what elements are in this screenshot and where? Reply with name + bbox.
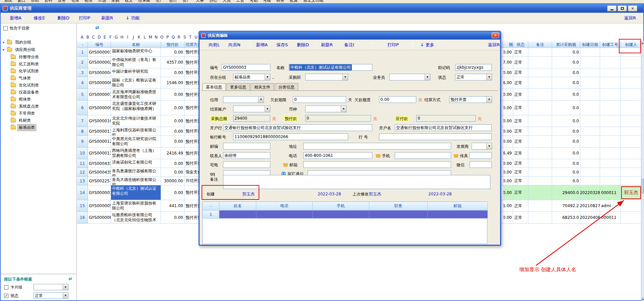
supplier-name[interactable]: 北京北方伟业计量技术研究院 [111,115,161,127]
alphabet-letter[interactable]: I [125,35,130,40]
supplier-name[interactable]: 国标（北京）检验认证有限公司 [111,77,161,89]
column-header-cdate[interactable]: 创建日期 [580,42,600,48]
account-select[interactable]: ▼ [233,106,270,112]
bank-name-input[interactable]: 交通银行股份有限公司北京自贸试验区支行 [395,124,492,131]
prepay-input[interactable]: 0 [305,115,371,122]
supplier-name[interactable]: 北京海岸鸿蒙标准物质技术有限责任公司 [111,89,161,101]
create-worker-id[interactable] [600,159,621,168]
prepay[interactable]: 4357.00 [161,57,184,68]
mobile-input[interactable] [395,152,451,159]
total-purchase[interactable]: 70492.2 [552,200,580,212]
supplier-name[interactable]: 青岛奥康医疗器械有限公司 [111,168,161,177]
create-worker-id[interactable] [600,168,621,177]
chevron-down-icon[interactable]: ▼ [63,284,68,290]
menu-item[interactable]: 考勤 [247,0,260,3]
back-button[interactable]: 返回R [624,15,636,21]
create-worker-id[interactable] [600,101,621,115]
status-select[interactable]: 正常▼ [455,74,492,80]
supplier-name[interactable]: 中昊黑元化工研究设计院有限公司 [111,136,161,147]
contacts-column-1[interactable]: 姓名 [219,202,256,210]
total-purchase[interactable]: 0.0 [552,89,580,101]
note[interactable] [528,48,552,57]
contacts-column-4[interactable]: 职务 [369,202,428,210]
name-input[interactable]: 中检科（北京）测试认证有限公司 [289,64,372,71]
column-header-cuid[interactable]: 创建工号 [600,42,621,48]
status[interactable]: 正常 [513,200,528,212]
note-textarea[interactable] [223,175,490,189]
amount[interactable]: 0.00 [503,185,513,200]
scroll-down-icon[interactable]: ▼ [641,297,644,301]
prepay[interactable]: 0.00 [161,127,184,136]
row-number[interactable]: 4 [77,77,88,89]
menu-item[interactable]: 市场 [95,0,109,3]
dialog-add-button[interactable]: 新增A [256,42,268,48]
contacts-column-0[interactable]: - [203,202,219,210]
create-user[interactable] [621,89,642,101]
alphabet-letter[interactable]: S [182,35,187,40]
create-user[interactable]: 郭玉杰 [621,185,642,200]
scrollbar-thumb[interactable] [641,179,644,193]
supplier-code[interactable]: GYS000008 [88,212,111,224]
supplier-code[interactable]: GYS000003 [88,185,111,200]
expand-arrow-icon[interactable]: ▾ [3,48,7,52]
scroll-up-icon[interactable]: ▲ [641,41,644,45]
prepay[interactable]: 0.00 [161,136,184,147]
expand-arrow-icon[interactable]: ▾ [3,41,7,44]
alphabet-letter[interactable]: M [148,35,153,40]
create-date[interactable] [580,159,600,168]
total-purchase[interactable]: 0.0 [552,48,580,57]
supplier-code[interactable]: GYS000013 [88,147,111,159]
create-date[interactable] [580,168,600,177]
supplier-name[interactable]: 北京盛世康普化工技术研究院（国家标准物质网） [111,101,161,115]
create-date[interactable]: 20210827 [580,200,600,212]
create-date[interactable] [580,101,600,115]
window-titlebar[interactable]: 供应商管理 ✕ [1,4,643,13]
create-user[interactable] [621,147,642,159]
tree-item-category[interactable]: 生化试剂类 [11,82,40,88]
contact-phone[interactable] [256,210,313,219]
column-header-amt[interactable]: 额 [503,42,513,48]
menu-item[interactable]: 生产 [153,0,166,3]
note[interactable] [528,147,552,159]
amount[interactable]: 30000.00 [503,177,513,185]
zip-input[interactable] [223,143,270,149]
total-purchase[interactable]: 0.0 [552,177,580,185]
supplier-name[interactable]: 西格玛奥德里奇（上海）贸易有限公司 [111,147,161,159]
supplier-name[interactable]: 坛墨质检科技有限公司（北京北化恒信生物技术有限公司） [111,212,161,224]
tree-group-my[interactable]: ▾我的分组 [3,39,33,46]
create-worker-id[interactable] [600,57,621,68]
email-input[interactable] [303,161,451,168]
create-user[interactable] [621,115,642,127]
prepay[interactable]: 0.00 [161,185,184,200]
contacts-column-5[interactable]: 邮箱 [428,202,488,210]
note[interactable] [528,185,552,200]
alphabet-letter[interactable]: P [165,35,170,40]
chevron-down-icon[interactable]: ▼ [258,97,264,103]
dev-select[interactable]: ▼ [472,143,492,149]
supplier-name[interactable]: 中国计量科学研究院 [111,68,161,77]
create-user[interactable] [621,159,642,168]
menu-item[interactable]: 自定义功能 [301,0,326,3]
group-select[interactable]: 标准品类▼ [233,74,270,80]
tree-item-category[interactable]: 标准品类 [11,124,36,131]
dialog-close-button[interactable]: ✕ [492,33,499,38]
chevron-down-icon[interactable]: ▼ [486,74,492,80]
mnemonic-input[interactable]: zjkbjcsrzyxgs [455,64,492,71]
tab-basic-info[interactable]: 基本信息 [202,83,226,91]
bank-code-input[interactable] [379,133,492,140]
chevron-down-icon[interactable]: ▼ [486,97,492,103]
row-number[interactable]: 13 [77,177,88,185]
alphabet-letter[interactable]: T [187,35,193,40]
status[interactable]: 正常 [513,159,528,168]
create-user[interactable] [621,101,642,115]
contact-input[interactable]: 余经理 [223,152,270,159]
status[interactable]: 正常 [513,101,528,115]
supplier-name[interactable]: 青岛大德生物科技有限公司 [111,177,161,185]
prepay[interactable]: 0.00 [161,89,184,101]
amount[interactable]: 441.00 [503,200,513,212]
create-date[interactable] [580,77,600,89]
amount[interactable]: 0.00 [503,48,513,57]
create-date[interactable] [580,115,600,127]
create-worker-id[interactable]: admi [600,200,621,212]
row-number[interactable]: 11 [77,159,88,168]
